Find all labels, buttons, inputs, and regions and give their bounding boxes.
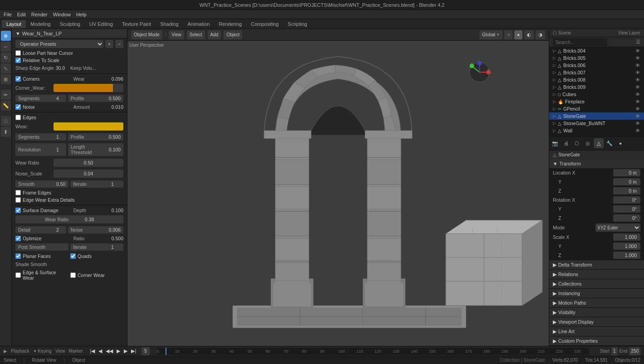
timeline-scrubber[interactable]: 0 10 20 30 40 50 60 70 80 90 100 110 120… [157, 348, 589, 355]
outliner-filter-icon[interactable]: ☰ [636, 39, 640, 45]
outliner-search[interactable] [553, 38, 607, 46]
corner-wear2-checkbox[interactable] [70, 272, 76, 278]
tab-animation[interactable]: Animation [183, 20, 215, 28]
go-start-btn[interactable]: |◀ [90, 348, 95, 354]
current-frame-display[interactable]: 5 [141, 347, 150, 355]
line-art-header[interactable]: ▶ Line Art [549, 327, 644, 336]
viewport-global-btn[interactable]: Global ▼ [479, 30, 503, 39]
tab-sculpting[interactable]: Sculpting [55, 20, 85, 28]
prop-icon-material[interactable]: ● [615, 138, 625, 148]
wear-bar[interactable] [54, 122, 123, 131]
eye-8[interactable]: 👁 [635, 106, 640, 112]
menu-help[interactable]: Help [76, 12, 87, 17]
scale-x-value[interactable]: 1.000 [617, 234, 637, 240]
tab-layout[interactable]: Layout [2, 20, 26, 28]
eye-11[interactable]: 👁 [635, 128, 640, 133]
tool-extrude[interactable]: ⬆ [1, 127, 11, 137]
optimize-checkbox[interactable] [15, 236, 21, 241]
eye-3[interactable]: 👁 [635, 70, 640, 75]
outliner-item-9[interactable]: ▷ △ StoneGate 👁 [549, 112, 644, 120]
location-x-value[interactable]: 0 m [617, 170, 637, 175]
eye-2[interactable]: 👁 [635, 63, 640, 68]
tool-transform[interactable]: ⊞ [1, 74, 11, 84]
tab-modeling[interactable]: Modeling [26, 20, 55, 28]
menu-render[interactable]: Render [31, 12, 48, 17]
scale-z-value[interactable]: 1.000 [617, 252, 637, 258]
planar-faces-checkbox[interactable] [15, 253, 21, 259]
prop-icon-output[interactable]: 🖨 [561, 138, 571, 148]
play-back-btn[interactable]: ◀◀ [106, 348, 113, 354]
outliner-item-3[interactable]: ▷ △ Bricks.007 👁 [549, 69, 644, 76]
edges-checkbox[interactable] [15, 115, 21, 120]
noise-checkbox[interactable] [15, 104, 21, 110]
location-z-value[interactable]: 0 m [617, 188, 637, 194]
viewport-select-btn[interactable]: Select [187, 30, 205, 39]
outliner-item-11[interactable]: ▷ △ Wall 👁 [549, 127, 644, 134]
tool-move[interactable]: ↔ [1, 42, 11, 52]
eye-9[interactable]: 👁 [635, 113, 640, 119]
outliner-item-1[interactable]: ▷ △ Bricks.005 👁 [549, 54, 644, 62]
collections-header[interactable]: ▶ Collections [549, 279, 644, 288]
relations-header[interactable]: ▶ Relations [549, 270, 644, 279]
edge-surface-wear-checkbox[interactable] [15, 272, 21, 278]
viewport-mode-btn[interactable]: Object Mode [131, 30, 162, 39]
prop-icon-scene[interactable]: ⬡ [572, 138, 582, 148]
outliner-item-7[interactable]: ▷ 🔥 Fireplace 👁 [549, 98, 644, 105]
rotation-z-value[interactable]: 0° [617, 215, 637, 221]
eye-5[interactable]: 👁 [635, 84, 640, 90]
relative-to-scale-checkbox[interactable] [15, 58, 21, 63]
outliner-item-4[interactable]: ▷ △ Bricks.008 👁 [549, 76, 644, 83]
transform-header[interactable]: ▼ Transform [549, 159, 644, 168]
eye-1[interactable]: 👁 [635, 55, 640, 61]
next-frame-btn[interactable]: ▶ [124, 348, 127, 354]
menu-window[interactable]: Window [53, 12, 71, 17]
quads-checkbox[interactable] [70, 253, 76, 259]
outliner-item-5[interactable]: ▷ △ Bricks.009 👁 [549, 83, 644, 91]
prop-icon-render[interactable]: 📷 [550, 138, 560, 148]
outliner-item-8[interactable]: ▷ ✏ GPencil 👁 [549, 105, 644, 112]
frame-edges-checkbox[interactable] [15, 190, 21, 195]
prev-frame-btn[interactable]: ◀ [98, 348, 102, 354]
viewport-shading-mat-btn[interactable]: ◐ [524, 30, 534, 39]
outliner-item-0[interactable]: ▷ △ Bricks.004 👁 [549, 47, 644, 54]
prop-icon-world[interactable]: ◎ [583, 138, 593, 148]
playhead[interactable] [166, 348, 166, 355]
edge-wear-extra-checkbox[interactable] [15, 197, 21, 203]
viewport-object-btn[interactable]: Object [224, 30, 242, 39]
prop-icon-modifier[interactable]: 🔧 [605, 138, 615, 148]
tool-measure[interactable]: 📏 [1, 101, 11, 111]
panel-header-wear[interactable]: ▼ Wear_N_Tear_LP [12, 29, 127, 39]
presets-add-btn[interactable]: + [105, 40, 113, 48]
instancing-header[interactable]: ▶ Instancing [549, 289, 644, 298]
operator-presets-select[interactable]: Operator Presets [15, 40, 103, 48]
loose-part-checkbox[interactable] [15, 50, 21, 56]
viewport-shading-solid-btn[interactable]: ● [514, 30, 522, 39]
tab-uv-editing[interactable]: UV Editing [85, 20, 117, 28]
delta-header[interactable]: ▶ Delta Transform [549, 260, 644, 269]
viewport-overlay-btn[interactable]: ○ [504, 30, 512, 39]
eye-4[interactable]: 👁 [635, 77, 640, 83]
viewport-add-btn[interactable]: Add [208, 30, 221, 39]
viewport-shading-render-btn[interactable]: ◑ [536, 30, 545, 39]
tab-shading[interactable]: Shading [156, 20, 183, 28]
eye-0[interactable]: 👁 [635, 48, 640, 53]
rotation-x-value[interactable]: 0° [617, 197, 637, 203]
outliner-item-6[interactable]: ▷ □ Cubes 👁 [549, 91, 644, 98]
rotation-y-value[interactable]: 0° [617, 206, 637, 212]
viewport-view-btn[interactable]: View [169, 30, 184, 39]
tool-cursor[interactable]: ⊕ [1, 31, 11, 41]
motion-paths-header[interactable]: ▶ Motion Paths [549, 298, 644, 307]
tool-add-cube[interactable]: □ [1, 116, 11, 126]
end-frame[interactable]: 250 [629, 347, 640, 355]
tab-scripting[interactable]: Scripting [283, 20, 312, 28]
menu-file[interactable]: File [4, 12, 12, 17]
surface-damage-checkbox[interactable] [15, 208, 21, 213]
play-btn[interactable]: ▶ [117, 348, 120, 354]
tool-scale[interactable]: ⤡ [1, 63, 11, 73]
corners-checkbox[interactable] [15, 76, 21, 82]
eye-6[interactable]: 👁 [635, 92, 640, 97]
prop-icon-object[interactable]: △ [594, 138, 604, 148]
viewport-display-header[interactable]: ▶ Viewport Display [549, 317, 644, 326]
go-end-btn[interactable]: ▶| [131, 348, 136, 354]
outliner-item-10[interactable]: ▷ △ StoneGate_BuWNT 👁 [549, 120, 644, 127]
